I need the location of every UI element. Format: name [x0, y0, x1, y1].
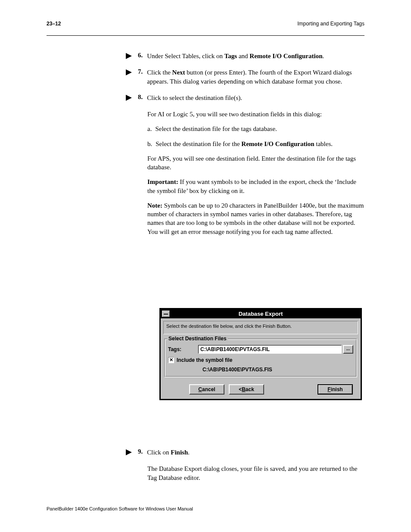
important-note: Important: If you want symbols to be inc… — [147, 177, 364, 195]
triangle-bullet-icon — [125, 53, 133, 59]
select-destination-group: Select Destination Files Tags: C:\AB\PB1… — [164, 339, 357, 377]
svg-marker-0 — [126, 53, 132, 59]
tags-field-row: Tags: C:\AB\PB1400E\PVTAGS.FIL ... — [168, 345, 353, 354]
step-8-block2: For APS, you will see one destination fi… — [147, 154, 364, 172]
triangle-bullet-icon — [125, 69, 133, 76]
sub-label: a. — [147, 124, 152, 133]
step-text: Under Select Tables, click on Tags and R… — [147, 52, 324, 60]
step-8b: b. Select the destination file for the R… — [147, 140, 364, 148]
include-symbol-row: ✕ Include the symbol file — [168, 357, 353, 363]
step-text: Click on Finish. — [147, 448, 190, 457]
body-content: 6. Under Select Tables, click on Tags an… — [125, 52, 364, 242]
triangle-bullet-icon — [125, 94, 133, 101]
cancel-button[interactable]: Cancel — [189, 384, 224, 395]
step-8-block: For AI or Logic 5, you will see two dest… — [147, 110, 364, 118]
svg-marker-1 — [126, 69, 132, 75]
step-8a: a. Select the destination file for the t… — [147, 124, 364, 133]
step-9-after: The Database Export dialog closes, your … — [147, 464, 364, 482]
sub-label: b. — [147, 140, 152, 148]
chapter-title: Importing and Exporting Tags — [297, 21, 364, 27]
step-7: 7. Click the Next button (or press Enter… — [125, 68, 364, 86]
content-after-dialog: 9. Click on Finish. The Database Export … — [125, 448, 364, 488]
symbol-file-path: C:\AB\PB1400E\PVTAGS.FIS — [202, 367, 353, 373]
step-number: 8. — [138, 93, 143, 101]
sub-text: Select the destination file for the tags… — [155, 124, 277, 133]
note: Note: Symbols can be up to 20 characters… — [147, 201, 364, 236]
svg-marker-2 — [126, 95, 132, 101]
step-number: 7. — [138, 68, 143, 75]
svg-marker-3 — [126, 449, 132, 455]
dialog-instruction: Select the destination file below, and c… — [163, 321, 358, 334]
triangle-bullet-icon — [125, 449, 133, 456]
include-symbol-checkbox[interactable]: ✕ — [168, 357, 174, 363]
page-number: 23–12 — [47, 21, 61, 27]
system-menu-icon[interactable] — [162, 311, 170, 317]
step-number: 9. — [138, 448, 143, 455]
step-9: 9. Click on Finish. — [125, 448, 364, 457]
tags-label: Tags: — [168, 346, 198, 352]
database-export-dialog: Database Export Select the destination f… — [159, 308, 362, 400]
step-8: 8. Click to select the destination file(… — [125, 93, 364, 102]
finish-button[interactable]: Finish — [318, 384, 353, 395]
step-6: 6. Under Select Tables, click on Tags an… — [125, 52, 364, 60]
sub-text: Select the destination file for the Remo… — [156, 140, 333, 148]
dialog-title: Database Export — [239, 311, 283, 317]
step-text: Click to select the destination file(s). — [147, 93, 242, 102]
footer-text: PanelBuilder 1400e Configuration Softwar… — [47, 506, 193, 511]
step-number: 6. — [138, 52, 143, 59]
page-header: 23–12 Importing and Exporting Tags — [47, 21, 364, 27]
group-label: Select Destination Files — [167, 336, 228, 342]
step-text: Click the Next button (or press Enter). … — [147, 68, 364, 86]
back-button[interactable]: <Back — [229, 384, 264, 395]
dialog-button-row: Cancel <Back Finish — [161, 382, 361, 399]
dialog-titlebar: Database Export — [161, 309, 361, 318]
tags-path-input[interactable]: C:\AB\PB1400E\PVTAGS.FIL — [198, 345, 342, 354]
include-symbol-label: Include the symbol file — [177, 357, 232, 363]
browse-button[interactable]: ... — [343, 345, 353, 354]
header-rule — [47, 35, 364, 36]
